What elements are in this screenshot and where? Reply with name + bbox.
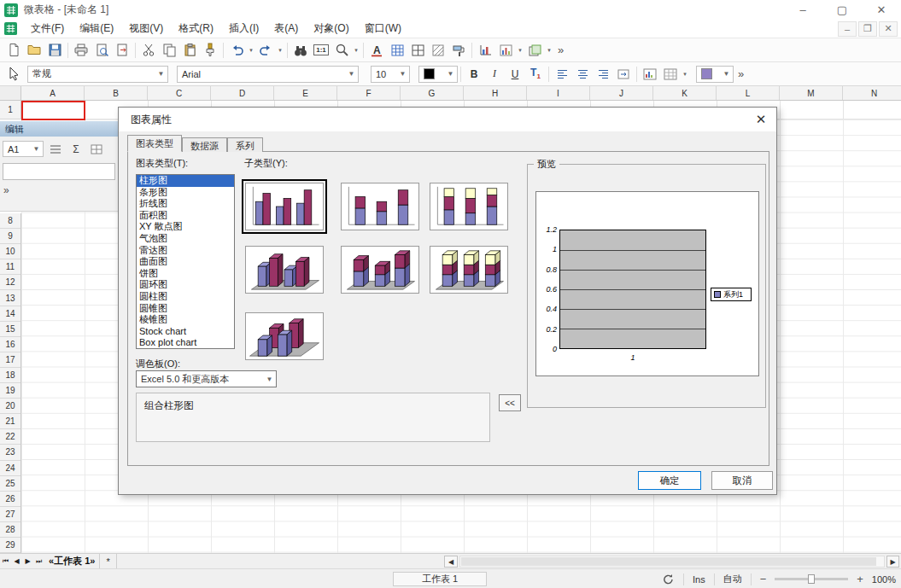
column-header-M[interactable]: M <box>780 86 843 100</box>
chart-type-option-14[interactable]: Stock chart <box>137 326 234 338</box>
chart-type-option-8[interactable]: 曲面图 <box>137 256 234 268</box>
row-header-21[interactable]: 21 <box>0 414 20 429</box>
find-button[interactable] <box>290 40 311 61</box>
cut-button[interactable] <box>138 40 159 61</box>
row-header-10[interactable]: 10 <box>0 244 20 259</box>
zoom-button[interactable] <box>331 40 352 61</box>
doc-restore-button[interactable]: ❐ <box>858 21 877 37</box>
row-header-8[interactable]: 8 <box>0 213 20 229</box>
column-header-A[interactable]: A <box>21 86 85 100</box>
column-header-F[interactable]: F <box>337 86 401 100</box>
chart-type-option-4[interactable]: 面积图 <box>137 210 234 222</box>
copy-button[interactable] <box>159 40 179 61</box>
menu-item-4[interactable]: 插入(I) <box>221 22 266 34</box>
horizontal-scroll-left-button[interactable]: ◀ <box>444 556 458 568</box>
subtype-3d-clustered-column-thumbnail[interactable] <box>242 242 327 297</box>
table-frame-button[interactable] <box>660 64 681 84</box>
horizontal-scrollbar[interactable] <box>459 556 885 568</box>
column-header-C[interactable]: C <box>148 86 211 100</box>
chart-type-option-5[interactable]: XY 散点图 <box>137 221 234 233</box>
subtype-3d-100-stacked-column-thumbnail[interactable] <box>426 242 512 297</box>
print-button[interactable] <box>71 40 91 61</box>
previous-sheet-button[interactable]: ◀ <box>11 557 22 565</box>
zoom-dropdown-arrow[interactable]: ▾ <box>352 47 360 54</box>
select-all-corner[interactable] <box>0 86 21 100</box>
chart-type-option-1[interactable]: 柱形图 <box>137 175 234 187</box>
ok-button[interactable]: 确定 <box>638 471 701 490</box>
frame-dropdown-arrow[interactable]: ▾ <box>681 71 689 78</box>
row-header-27[interactable]: 27 <box>0 507 20 522</box>
row-header-20[interactable]: 20 <box>0 399 20 414</box>
more-toolbar-buttons-chevron[interactable]: » <box>553 44 568 56</box>
column-header-D[interactable]: D <box>211 86 274 100</box>
subtype-clustered-column-thumbnail[interactable] <box>242 179 327 234</box>
chart-type-option-11[interactable]: 圆柱图 <box>137 291 234 303</box>
open-file-button[interactable] <box>24 40 44 61</box>
chart-type-option-7[interactable]: 雷达图 <box>137 245 234 257</box>
menu-item-5[interactable]: 表(A) <box>266 22 306 34</box>
new-sheet-tab[interactable]: * <box>100 554 116 568</box>
merge-cells-button[interactable] <box>613 64 634 84</box>
maximize-button[interactable]: ▢ <box>822 0 862 20</box>
formula-input[interactable] <box>3 163 115 180</box>
horizontal-scroll-right-button[interactable]: ▶ <box>886 556 899 568</box>
menu-item-0[interactable]: 文件(F) <box>23 22 72 34</box>
horizontal-scroll-thumb[interactable] <box>461 557 876 566</box>
menu-item-1[interactable]: 编辑(E) <box>72 22 121 34</box>
insert-function-button[interactable] <box>88 141 105 157</box>
zoom-slider[interactable] <box>775 578 848 580</box>
underline-button[interactable]: U <box>505 64 525 84</box>
print-preview-button[interactable] <box>91 40 112 61</box>
chart-type-option-15[interactable]: Box plot chart <box>137 337 234 349</box>
menu-item-3[interactable]: 格式(R) <box>171 22 221 34</box>
new-document-button[interactable] <box>3 40 24 61</box>
chart-type-option-10[interactable]: 圆环图 <box>137 279 234 291</box>
format-painter-button[interactable] <box>200 40 220 61</box>
subtype-100-stacked-column-thumbnail[interactable] <box>426 179 512 234</box>
column-header-B[interactable]: B <box>85 86 148 100</box>
row-header-1[interactable]: 1 <box>0 101 21 119</box>
close-button[interactable]: ✕ <box>862 0 901 20</box>
row-header-9[interactable]: 9 <box>0 229 20 244</box>
menu-item-6[interactable]: 对象(O) <box>306 22 356 34</box>
row-header-19[interactable]: 19 <box>0 383 20 399</box>
column-header-G[interactable]: G <box>401 86 464 100</box>
column-header-N[interactable]: N <box>843 86 901 100</box>
recalculate-icon[interactable] <box>662 573 675 585</box>
chart-type-option-9[interactable]: 饼图 <box>137 268 234 280</box>
zoom-out-button[interactable]: − <box>760 573 767 585</box>
chart-type-option-6[interactable]: 气泡图 <box>137 233 234 245</box>
borders-button[interactable] <box>407 40 428 61</box>
doc-close-button[interactable]: ✕ <box>879 21 898 37</box>
export-document-button[interactable] <box>112 40 132 61</box>
subtype-stacked-column-thumbnail[interactable] <box>337 179 423 234</box>
doc-minimize-button[interactable]: – <box>838 21 857 37</box>
minimize-button[interactable]: – <box>783 0 822 20</box>
save-button[interactable] <box>44 40 65 61</box>
tab-chart-type[interactable]: 图表类型 <box>127 135 182 152</box>
row-header-11[interactable]: 11 <box>0 259 20 275</box>
sheet-tab-active[interactable]: «工作表 1» <box>44 554 100 568</box>
row-header-29[interactable]: 29 <box>0 538 20 553</box>
redo-button[interactable] <box>255 40 276 61</box>
chart-type-option-2[interactable]: 条形图 <box>137 187 234 199</box>
autosum-button[interactable]: Σ <box>67 141 85 157</box>
last-sheet-button[interactable]: ⏭ <box>33 557 44 566</box>
row-header-26[interactable]: 26 <box>0 492 20 507</box>
align-left-button[interactable] <box>552 64 572 84</box>
column-header-J[interactable]: J <box>590 86 653 100</box>
chart-type-option-12[interactable]: 圆锥图 <box>137 303 234 315</box>
italic-button[interactable]: I <box>484 64 505 84</box>
subtype-3d-column-thumbnail[interactable] <box>242 309 327 364</box>
insert-chart-dropdown-arrow[interactable]: ▾ <box>516 47 524 54</box>
panel-more-chevron[interactable]: » <box>3 184 9 196</box>
redo-dropdown-arrow[interactable]: ▾ <box>276 47 284 54</box>
row-header-18[interactable]: 18 <box>0 368 20 383</box>
cancel-button[interactable]: 取消 <box>711 471 773 490</box>
undo-dropdown-arrow[interactable]: ▾ <box>247 47 255 54</box>
column-header-K[interactable]: K <box>653 86 717 100</box>
row-header-25[interactable]: 25 <box>0 476 20 492</box>
chart-type-option-13[interactable]: 棱锥图 <box>137 314 234 326</box>
text-style-button[interactable]: T1 <box>525 64 546 84</box>
font-size-combobox[interactable]: 10▼ <box>371 66 410 83</box>
